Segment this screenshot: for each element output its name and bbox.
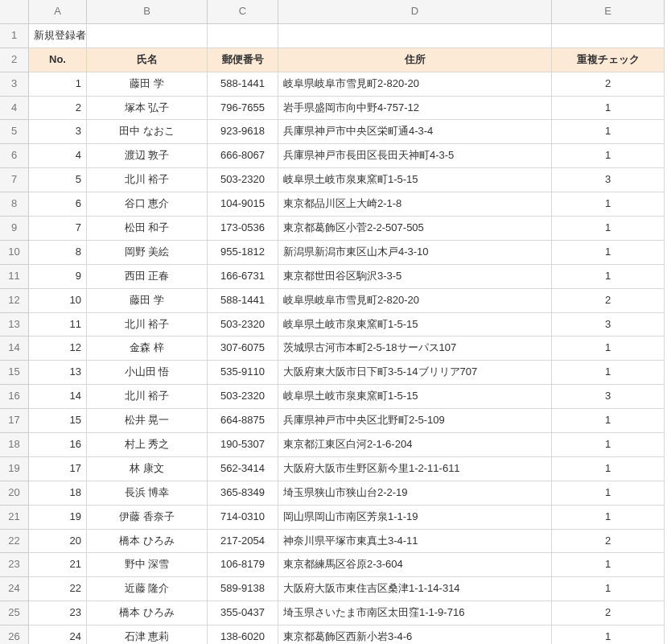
row-header-17[interactable]: 17: [0, 409, 29, 433]
row-header-13[interactable]: 13: [0, 313, 29, 337]
row-header-18[interactable]: 18: [0, 433, 29, 457]
cell-no[interactable]: 16: [29, 433, 87, 457]
cell-postal[interactable]: 796-7655: [208, 97, 278, 121]
cell-address[interactable]: 大阪府大阪市生野区新今里1-2-11-611: [278, 457, 552, 481]
cell-dup[interactable]: 1: [552, 433, 665, 457]
cell-address[interactable]: 岐阜県土岐市泉東窯町1-5-15: [278, 385, 552, 409]
cell-postal[interactable]: 138-6020: [208, 625, 278, 644]
cell-no[interactable]: 12: [29, 336, 87, 361]
cell-name[interactable]: 長浜 博幸: [87, 481, 208, 506]
cell-dup[interactable]: 3: [552, 385, 665, 409]
cell-name[interactable]: 渡辺 敦子: [87, 144, 208, 168]
row-header-5[interactable]: 5: [0, 120, 29, 144]
cell-address[interactable]: 新潟県新潟市東区山木戸4-3-10: [278, 241, 552, 265]
cell-name[interactable]: 北川 裕子: [87, 168, 208, 192]
header-address[interactable]: 住所: [278, 48, 552, 72]
cell-postal[interactable]: 955-1812: [208, 241, 278, 265]
header-dup[interactable]: 重複チェック: [552, 48, 665, 72]
cell-postal[interactable]: 714-0310: [208, 506, 278, 530]
row-header-8[interactable]: 8: [0, 192, 29, 217]
cell-no[interactable]: 19: [29, 506, 87, 530]
cell-dup[interactable]: 2: [552, 72, 665, 97]
cell-no[interactable]: 11: [29, 313, 87, 337]
cell-postal[interactable]: 355-0437: [208, 601, 278, 625]
cell-dup[interactable]: 2: [552, 530, 665, 554]
row-header-20[interactable]: 20: [0, 481, 29, 506]
cell-postal[interactable]: 535-9110: [208, 361, 278, 385]
cell-dup[interactable]: 3: [552, 168, 665, 192]
cell-name[interactable]: 北川 裕子: [87, 385, 208, 409]
cell-dup[interactable]: 1: [552, 265, 665, 289]
cell-name[interactable]: 谷口 恵介: [87, 192, 208, 217]
cell-postal[interactable]: 173-0536: [208, 217, 278, 241]
cell-name[interactable]: 野中 深雪: [87, 553, 208, 577]
row-header-3[interactable]: 3: [0, 72, 29, 97]
cell-dup[interactable]: 1: [552, 409, 665, 433]
cell-name[interactable]: 西田 正春: [87, 265, 208, 289]
column-header-D[interactable]: D: [278, 0, 552, 24]
cell-dup[interactable]: 1: [552, 144, 665, 168]
cell-dup[interactable]: 1: [552, 97, 665, 121]
header-postal[interactable]: 郵便番号: [208, 48, 278, 72]
cell-postal[interactable]: 217-2054: [208, 530, 278, 554]
cell-dup[interactable]: 1: [552, 481, 665, 506]
cell-address[interactable]: 神奈川県平塚市東真土3-4-11: [278, 530, 552, 554]
cell-name[interactable]: 岡野 美絵: [87, 241, 208, 265]
cell-dup[interactable]: 1: [552, 120, 665, 144]
cell-dup[interactable]: 1: [552, 625, 665, 644]
cell-dup[interactable]: 1: [552, 361, 665, 385]
cell-no[interactable]: 8: [29, 241, 87, 265]
cell-address[interactable]: 東京都葛飾区小菅2-2-507-505: [278, 217, 552, 241]
cell-no[interactable]: 2: [29, 97, 87, 121]
cell-name[interactable]: 近藤 隆介: [87, 577, 208, 601]
cell-postal[interactable]: 666-8067: [208, 144, 278, 168]
cell-no[interactable]: 10: [29, 289, 87, 313]
cell-address[interactable]: 埼玉県さいたま市南区太田窪1-1-9-716: [278, 601, 552, 625]
row-header-24[interactable]: 24: [0, 577, 29, 601]
cell-address[interactable]: 大阪府東大阪市日下町3-5-14ブリリア707: [278, 361, 552, 385]
cell-address[interactable]: 東京都江東区白河2-1-6-204: [278, 433, 552, 457]
cell-postal[interactable]: 589-9138: [208, 577, 278, 601]
cell-dup[interactable]: 2: [552, 289, 665, 313]
cell-postal[interactable]: 166-6731: [208, 265, 278, 289]
cell-no[interactable]: 7: [29, 217, 87, 241]
cell-address[interactable]: 茨城県古河市本町2-5-18サーパス107: [278, 336, 552, 361]
cell-name[interactable]: 村上 秀之: [87, 433, 208, 457]
cell-name[interactable]: 藤田 学: [87, 72, 208, 97]
column-header-B[interactable]: B: [87, 0, 208, 24]
row-header-21[interactable]: 21: [0, 506, 29, 530]
header-no[interactable]: No.: [29, 48, 87, 72]
empty-cell[interactable]: [278, 24, 552, 48]
cell-dup[interactable]: 1: [552, 336, 665, 361]
row-header-12[interactable]: 12: [0, 289, 29, 313]
row-header-16[interactable]: 16: [0, 385, 29, 409]
row-header-26[interactable]: 26: [0, 625, 29, 644]
cell-name[interactable]: 橋本 ひろみ: [87, 530, 208, 554]
row-header-4[interactable]: 4: [0, 97, 29, 121]
cell-name[interactable]: 松田 和子: [87, 217, 208, 241]
cell-name[interactable]: 金森 梓: [87, 336, 208, 361]
row-header-1[interactable]: 1: [0, 24, 29, 48]
row-header-14[interactable]: 14: [0, 336, 29, 361]
cell-postal[interactable]: 365-8349: [208, 481, 278, 506]
cell-no[interactable]: 14: [29, 385, 87, 409]
cell-address[interactable]: 岩手県盛岡市向中野4-757-12: [278, 97, 552, 121]
cell-postal[interactable]: 562-3414: [208, 457, 278, 481]
cell-address[interactable]: 埼玉県狭山市狭山台2-2-19: [278, 481, 552, 506]
cell-address[interactable]: 東京都世田谷区駒沢3-3-5: [278, 265, 552, 289]
cell-address[interactable]: 岐阜県岐阜市雪見町2-820-20: [278, 72, 552, 97]
cell-postal[interactable]: 503-2320: [208, 385, 278, 409]
cell-postal[interactable]: 190-5307: [208, 433, 278, 457]
cell-no[interactable]: 3: [29, 120, 87, 144]
row-header-2[interactable]: 2: [0, 48, 29, 72]
cell-address[interactable]: 東京都練馬区谷原2-3-604: [278, 553, 552, 577]
cell-dup[interactable]: 3: [552, 313, 665, 337]
column-header-C[interactable]: C: [208, 0, 278, 24]
cell-name[interactable]: 北川 裕子: [87, 313, 208, 337]
row-header-15[interactable]: 15: [0, 361, 29, 385]
title-cell[interactable]: 新規登録者: [29, 24, 87, 48]
row-header-25[interactable]: 25: [0, 601, 29, 625]
cell-dup[interactable]: 1: [552, 457, 665, 481]
cell-no[interactable]: 15: [29, 409, 87, 433]
cell-no[interactable]: 23: [29, 601, 87, 625]
